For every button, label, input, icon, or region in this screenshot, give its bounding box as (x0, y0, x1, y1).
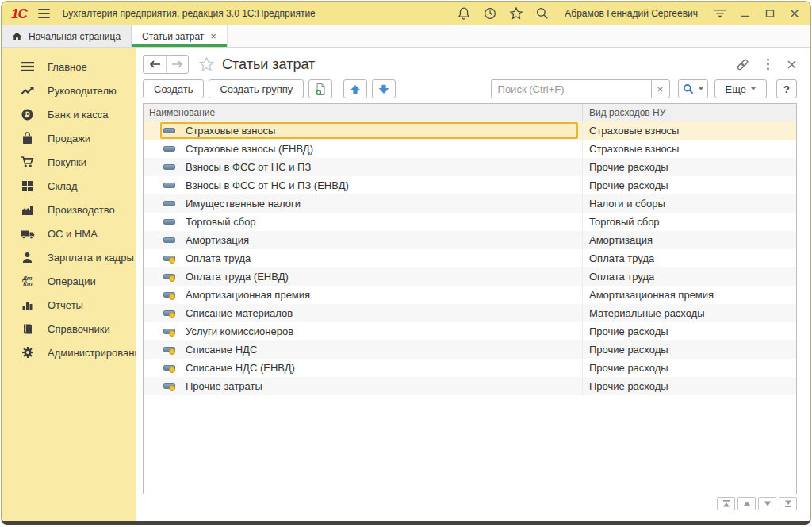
forward-button[interactable] (166, 56, 188, 73)
expense-type-cell[interactable]: Прочие расходы (582, 322, 796, 340)
name-cell[interactable]: Оплата труда (ЕНВД) (144, 267, 582, 286)
service-settings-icon[interactable] (713, 6, 727, 21)
more-button[interactable]: Еще (714, 79, 767, 98)
name-cell[interactable]: Прочие затраты (144, 377, 582, 395)
more-options-dots-icon[interactable] (766, 58, 770, 71)
name-cell[interactable]: Взносы в ФСС от НС и ПЗ (ЕНВД) (144, 176, 582, 194)
sidebar-item-production[interactable]: Производство (2, 198, 136, 221)
predefined-item-icon (163, 327, 175, 336)
name-cell[interactable]: Списание НДС (ЕНВД) (144, 359, 582, 377)
sidebar-item-sales[interactable]: Продажи (2, 126, 136, 150)
name-cell[interactable]: Страховые взносы (144, 121, 582, 140)
table-row[interactable]: Оплата труда Оплата труда (144, 249, 796, 267)
back-button[interactable] (144, 56, 166, 73)
search-input[interactable] (491, 79, 651, 98)
close-window-button[interactable] (788, 7, 801, 20)
table-row[interactable]: Услуги комиссионеров Прочие расходы (144, 322, 796, 340)
table-row[interactable]: Списание НДС Прочие расходы (144, 340, 796, 359)
help-button[interactable]: ? (776, 79, 797, 98)
main-menu-icon[interactable] (38, 9, 50, 18)
tab-close-icon[interactable]: × (210, 31, 216, 41)
sidebar-item-manager[interactable]: Руководителю (2, 79, 136, 102)
go-up-button[interactable] (737, 497, 756, 510)
user-name[interactable]: Абрамов Геннадий Сергеевич (565, 8, 698, 19)
truck-icon (20, 226, 35, 240)
name-cell[interactable]: Списание материалов (144, 304, 582, 322)
expense-type-cell[interactable]: Прочие расходы (582, 340, 796, 359)
tab-cost-items[interactable]: Статьи затрат × (132, 25, 228, 47)
sidebar-item-reports[interactable]: Отчеты (2, 293, 136, 317)
column-header-expense-type[interactable]: Вид расходов НУ (582, 104, 796, 121)
table-row[interactable]: Страховые взносы (ЕНВД) Страховые взносы (144, 140, 796, 158)
create-button[interactable]: Создать (143, 79, 204, 98)
name-cell[interactable]: Торговый сбор (144, 213, 582, 231)
table-row[interactable]: Амортизационная премия Амортизационная п… (144, 286, 796, 304)
expense-type-cell[interactable]: Торговый сбор (582, 213, 796, 231)
name-cell[interactable]: Списание НДС (144, 340, 582, 359)
sidebar-item-administration[interactable]: Администрирование (2, 340, 136, 364)
name-cell[interactable]: Амортизация (144, 231, 582, 249)
add-to-favorites-star-icon[interactable] (198, 56, 215, 72)
expense-type-cell[interactable]: Страховые взносы (582, 140, 796, 158)
search-magnifier-icon (683, 83, 694, 94)
maximize-button[interactable] (764, 7, 776, 20)
history-icon[interactable] (483, 6, 497, 21)
table-row[interactable]: Взносы в ФСС от НС и ПЗ (ЕНВД) Прочие ра… (144, 176, 796, 194)
sidebar-item-warehouse[interactable]: Склад (2, 174, 136, 198)
main-panel: Статьи затрат Создать Создать группу (136, 48, 810, 521)
name-cell[interactable]: Амортизационная премия (144, 286, 582, 304)
search-clear-icon[interactable]: × (651, 79, 670, 98)
favorites-icon[interactable] (509, 6, 523, 21)
sidebar-item-directories[interactable]: Справочники (2, 317, 136, 340)
expense-type-cell[interactable]: Оплата труда (582, 267, 796, 286)
create-group-button[interactable]: Создать группу (209, 79, 304, 98)
column-header-name[interactable]: Наименование (144, 104, 582, 121)
expense-type-cell[interactable]: Прочие расходы (582, 377, 796, 395)
table-row[interactable]: Торговый сбор Торговый сбор (144, 213, 796, 231)
sidebar-item-fixed-assets[interactable]: ОС и НМА (2, 221, 136, 245)
predefined-item-icon (163, 254, 175, 263)
name-cell[interactable]: Имущественные налоги (144, 194, 582, 213)
go-down-button[interactable] (758, 497, 776, 510)
table-row[interactable]: Взносы в ФСС от НС и ПЗ Прочие расходы (144, 158, 796, 176)
sidebar-item-purchases[interactable]: Покупки (2, 150, 136, 174)
expense-type-cell[interactable]: Амортизация (582, 231, 796, 249)
go-to-top-button[interactable] (717, 497, 735, 510)
expense-type-cell[interactable]: Налоги и сборы (582, 194, 796, 213)
expense-type-cell[interactable]: Материальные расходы (582, 304, 796, 322)
table-row[interactable]: Списание материалов Материальные расходы (144, 304, 796, 322)
expense-type-cell[interactable]: Прочие расходы (582, 176, 796, 194)
copy-item-button[interactable] (308, 79, 332, 98)
name-cell[interactable]: Оплата труда (144, 249, 582, 267)
expense-type-cell[interactable]: Амортизационная премия (582, 286, 796, 304)
table-row[interactable]: Списание НДС (ЕНВД) Прочие расходы (144, 359, 796, 377)
go-to-bottom-button[interactable] (779, 497, 797, 510)
sidebar-item-salary-hr[interactable]: Зарплата и кадры (2, 245, 136, 269)
search-button[interactable] (678, 79, 708, 98)
move-down-button[interactable] (372, 79, 396, 98)
dropdown-caret-icon (699, 87, 703, 90)
notifications-icon[interactable] (457, 6, 471, 21)
sidebar-item-operations[interactable]: ДтКт Операции (2, 269, 136, 293)
table-row[interactable]: Оплата труда (ЕНВД) Оплата труда (144, 267, 796, 286)
move-up-button[interactable] (343, 79, 367, 98)
table-row[interactable]: Прочие затраты Прочие расходы (144, 377, 796, 395)
expense-type-cell[interactable]: Оплата труда (582, 249, 796, 267)
name-cell[interactable]: Взносы в ФСС от НС и ПЗ (144, 158, 582, 176)
close-form-icon[interactable] (787, 60, 797, 70)
global-search-icon[interactable] (535, 6, 550, 21)
expense-type-cell[interactable]: Страховые взносы (582, 121, 796, 140)
minimize-button[interactable] (739, 7, 752, 20)
table-row[interactable]: Амортизация Амортизация (144, 231, 796, 249)
table-row[interactable]: Страховые взносы Страховые взносы (144, 121, 796, 140)
get-link-icon[interactable] (736, 58, 749, 71)
expense-type-cell[interactable]: Прочие расходы (582, 158, 796, 176)
tab-home-page[interactable]: Начальная страница (2, 25, 132, 47)
name-cell[interactable]: Услуги комиссионеров (144, 322, 582, 340)
expense-type-cell[interactable]: Прочие расходы (582, 359, 796, 377)
predefined-item-icon (163, 364, 175, 372)
sidebar-item-main[interactable]: Главное (2, 55, 136, 79)
name-cell[interactable]: Страховые взносы (ЕНВД) (144, 140, 582, 158)
table-row[interactable]: Имущественные налоги Налоги и сборы (144, 194, 796, 213)
sidebar-item-bank-cash[interactable]: ₽ Банк и касса (2, 102, 136, 126)
